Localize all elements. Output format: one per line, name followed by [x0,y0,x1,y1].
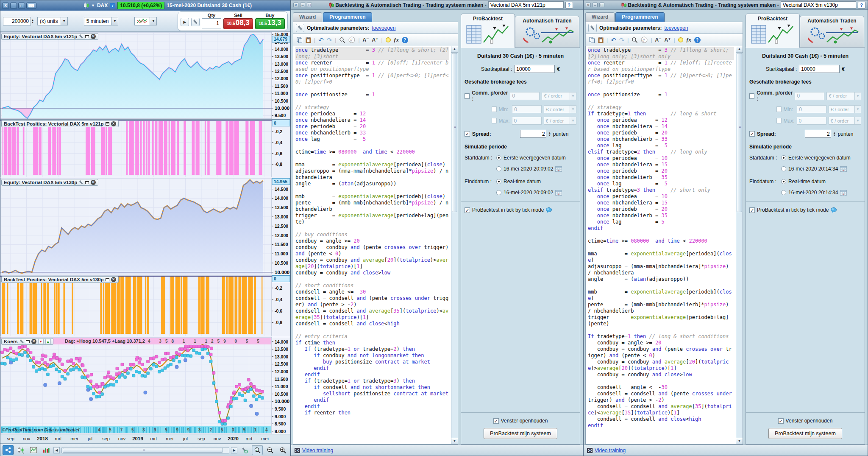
undo-icon[interactable]: ↶ [318,37,324,43]
min-checkbox[interactable] [492,106,497,112]
chart-type-button[interactable]: ▼ [134,17,157,25]
close-icon[interactable]: ✕ [111,121,116,126]
tab-automatisch-traden[interactable]: Automatisch Traden [800,16,864,48]
help-icon[interactable]: ? [565,2,573,8]
equity-chart-v130p[interactable]: 14.50014.00013.50013.00012.50012.00011.5… [0,178,290,274]
code-editor[interactable]: once tradetype = 3 // [1]long & short; [… [293,46,458,445]
params-settings-button[interactable] [296,24,304,32]
info-icon[interactable]: i [110,3,115,8]
tab-wizard[interactable]: Wizard [585,12,615,22]
close-icon[interactable]: ✕ [31,339,36,344]
scroll-up-button[interactable]: ▲ [451,46,458,53]
lightbulb-icon[interactable] [678,37,683,42]
scrollbar-thumb[interactable] [737,53,742,212]
redo-icon[interactable]: ↷ [327,37,332,43]
scroll-right-button[interactable]: ▶ [231,447,237,453]
min-unit-select[interactable]: € / order▼ [544,105,576,113]
zoom-in-button[interactable] [277,445,288,455]
system-name-input[interactable] [488,1,564,8]
close-button[interactable]: × [586,3,591,7]
zoom-drag-button[interactable] [252,445,263,455]
add-parameter-link[interactable]: toevoegen [372,25,395,31]
scroll-down-button[interactable]: ▼ [736,438,743,444]
calendar-icon[interactable] [555,190,562,196]
video-training-link[interactable]: Video training [595,448,626,453]
startkapitaal-input[interactable] [799,65,840,73]
tab-automatisch-traden[interactable]: Automatisch Traden [515,16,579,48]
maximize-button[interactable]: □ [18,3,25,9]
search-icon[interactable] [339,37,345,43]
tab-probacktest[interactable]: ProBacktest [746,14,800,48]
keep-window-checkbox[interactable]: ✓ [493,418,499,424]
maximize-button[interactable]: □ [307,3,312,7]
function-icon[interactable]: ƒx [394,37,399,43]
horizontal-scrollbar[interactable] [61,447,229,453]
search-icon[interactable] [632,37,638,43]
decrease-font-icon[interactable]: A⁻ [363,37,369,43]
video-training-link[interactable]: Video training [302,448,333,453]
sell-arrow-icon[interactable]: ▼ [38,339,44,344]
scrollbar-thumb[interactable] [452,53,457,212]
code-editor[interactable]: once tradetype = 3 // [1]long & short; [… [585,46,743,445]
buy-button[interactable]: 10.513,3 [255,18,285,29]
maximize-button[interactable]: □ [599,3,604,7]
tab-programmeren[interactable]: Programmeren [323,12,372,22]
share-button[interactable] [3,445,14,455]
keep-window-checkbox[interactable]: ✓ [778,418,784,424]
detach-window-icon[interactable] [106,278,109,281]
comment-icon[interactable]: // [348,36,355,43]
price-chart[interactable]: 14.00013.50013.00012.50012.00011.50011.0… [0,337,290,434]
symbol-dropdown-caret[interactable]: ▼ [91,3,95,8]
close-icon[interactable]: ✕ [111,277,116,282]
minimize-button[interactable]: – [300,3,305,7]
copy-icon[interactable] [589,37,595,43]
close-icon[interactable]: ✕ [91,180,96,185]
min-input[interactable] [512,105,542,113]
tickmode-checkbox[interactable]: ✓ [465,207,470,213]
quantity-input[interactable] [3,17,31,25]
max-input[interactable] [512,117,542,125]
spread-input[interactable] [805,130,831,138]
spread-input[interactable] [520,130,546,138]
max-checkbox[interactable] [776,118,782,123]
scroll-left-button[interactable]: ◀ [53,447,60,453]
scroll-up-button[interactable]: ▲ [736,46,743,53]
detach-window-icon[interactable] [106,122,109,126]
calendar-icon[interactable] [555,166,562,172]
start-first-date-radio[interactable] [496,155,501,160]
scrollbar-thumb[interactable] [63,448,223,453]
paste-icon[interactable] [306,37,311,43]
minimize-button[interactable]: – [593,3,598,7]
vertical-scrollbar[interactable]: ▲ ▼ [736,46,743,444]
zoom-settings-button[interactable] [239,445,250,455]
speech-bubble-icon[interactable] [831,207,837,213]
detach-window-icon[interactable] [85,181,89,184]
detach-window-icon[interactable] [26,340,30,343]
timeframe-select[interactable]: 5 minuten▼ [84,17,119,25]
max-input[interactable] [797,117,826,125]
calendar-icon[interactable] [840,166,847,172]
commission-unit-select[interactable]: € / order▼ [826,92,861,100]
close-button[interactable]: × [293,3,298,7]
spread-checkbox[interactable]: ✓ [749,131,755,137]
display-mode-button[interactable] [15,445,26,455]
units-select[interactable]: (x) units▼ [37,17,68,25]
run-backtest-button[interactable]: ProBacktest mijn systeem [484,428,557,439]
tab-programmeren[interactable]: Programmeren [615,12,664,22]
min-input[interactable] [797,105,826,113]
params-settings-button[interactable] [588,24,597,32]
system-name-input[interactable] [781,1,856,8]
startkapitaal-input[interactable] [514,65,555,73]
spread-checkbox[interactable]: ✓ [465,131,470,137]
positions-chart-v121p[interactable]: -0,2-0,4-0,6-0,80 [0,120,290,177]
end-realtime-radio[interactable] [781,179,786,184]
speech-bubble-icon[interactable] [546,207,552,213]
quantity-stepper[interactable]: ▲▼ [31,19,34,24]
end-realtime-radio[interactable] [496,179,501,184]
commission-checkbox[interactable] [465,93,470,99]
scroll-down-button[interactable]: ▼ [451,438,458,444]
volume-button[interactable] [41,445,52,455]
spread-stepper[interactable]: ▲▼ [548,131,551,137]
min-unit-select[interactable]: € / order▼ [829,105,861,113]
tab-probacktest[interactable]: ProBacktest [461,14,515,48]
